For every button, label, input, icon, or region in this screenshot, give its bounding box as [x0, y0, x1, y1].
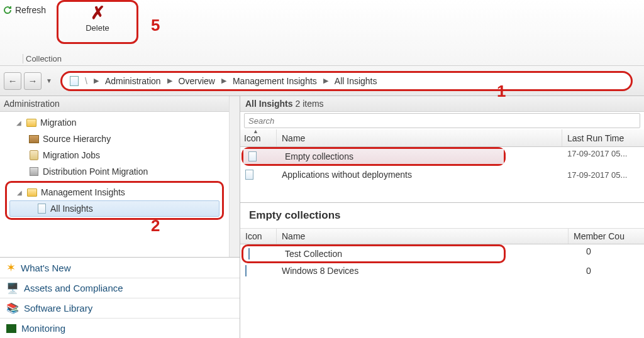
folder-icon — [27, 188, 37, 197]
nav-history-dropdown[interactable]: ▼ — [44, 77, 54, 84]
detail-title: Empty collections — [240, 203, 644, 228]
content-item-count: 2 items — [295, 99, 323, 109]
detail-row-name: Windows 8 Devices — [277, 266, 569, 276]
column-last-run[interactable]: Last Run Time — [562, 129, 644, 146]
tree-item-migration-jobs[interactable]: Migration Jobs — [0, 147, 229, 163]
wunderbar-label: What's New — [21, 263, 71, 273]
document-icon — [245, 170, 253, 180]
main-area: Administration ◢ Migration Source Hierar… — [0, 96, 644, 338]
assets-icon: 🖥️ — [6, 282, 19, 294]
tree-highlight-box: ◢ Management Insights All Insights — [5, 181, 224, 220]
row-highlight-box: Empty collections — [242, 147, 506, 166]
wunderbar-assets[interactable]: 🖥️ Assets and Compliance — [0, 278, 240, 298]
delete-x-icon: ✗ — [58, 4, 136, 22]
breadcrumb-item[interactable]: Overview — [179, 76, 215, 86]
delete-label: Delete — [58, 23, 136, 33]
breadcrumb-root: \ — [85, 76, 87, 86]
star-icon: ✶ — [6, 261, 16, 275]
tree-label: Migration Jobs — [43, 150, 100, 160]
navigation-bar: ← → ▼ \ ▶ Administration ▶ Overview ▶ Ma… — [0, 66, 644, 96]
wunderbar-label: Software Library — [24, 303, 92, 313]
breadcrumb-separator-icon: ▶ — [167, 77, 172, 85]
detail-row-windows-8-devices[interactable]: Windows 8 Devices 0 — [240, 263, 644, 278]
distribution-point-icon — [30, 167, 38, 176]
tree-label: Source Hierarchy — [43, 134, 111, 144]
annotation-5: 5 — [151, 16, 160, 35]
breadcrumb-separator-icon: ▶ — [94, 77, 99, 85]
collection-icon — [245, 265, 247, 276]
tree-label: Distribution Point Migration — [43, 166, 148, 177]
wunderbar-whats-new[interactable]: ✶ What's New — [0, 258, 240, 278]
tree-item-migration[interactable]: ◢ Migration — [0, 114, 229, 131]
detail-grid-header: Icon Name Member Cou — [240, 228, 644, 244]
detail-row-member: 0 — [569, 266, 644, 276]
wunderbar-label: Assets and Compliance — [24, 283, 123, 293]
hierarchy-icon — [29, 135, 39, 143]
delete-button[interactable]: ✗ Delete — [57, 0, 138, 44]
library-icon: 📚 — [6, 302, 19, 314]
sidebar-title: Administration — [0, 96, 229, 112]
sort-indicator-icon: ▲ — [253, 128, 258, 134]
content-header: All Insights 2 items — [240, 96, 644, 112]
tree-label: Migration — [40, 117, 77, 128]
wunderbar-software-library[interactable]: 📚 Software Library — [0, 298, 240, 318]
column-member-count[interactable]: Member Cou — [569, 229, 644, 244]
sidebar-scrollbar[interactable] — [229, 96, 240, 257]
tree-item-all-insights[interactable]: All Insights — [9, 200, 219, 217]
document-icon — [38, 204, 46, 214]
detail-section: Empty collections Icon Name Member Cou T… — [240, 202, 644, 278]
refresh-icon — [3, 5, 13, 15]
search-row — [240, 112, 644, 129]
insight-row-apps-without-deployments[interactable]: Applications without deployments 17-09-2… — [240, 166, 644, 183]
refresh-button[interactable]: Refresh — [0, 4, 48, 16]
annotation-1: 1 — [497, 82, 506, 101]
detail-row-highlight-box: Test Collection — [242, 244, 506, 263]
nav-forward-button[interactable]: → — [24, 72, 42, 90]
wunderbar-label: Monitoring — [21, 323, 65, 334]
row-last-run: 17-09-2017 05... — [562, 149, 644, 158]
sidebar: Administration ◢ Migration Source Hierar… — [0, 96, 240, 338]
nav-tree: ◢ Migration Source Hierarchy Migration J… — [0, 112, 229, 224]
tree-item-dp-migration[interactable]: Distribution Point Migration — [0, 163, 229, 180]
search-input[interactable] — [244, 113, 640, 128]
wunderbar-monitoring[interactable]: Monitoring — [0, 318, 240, 338]
column-name[interactable]: Name — [277, 129, 562, 146]
monitoring-icon — [6, 324, 16, 333]
tree-item-source-hierarchy[interactable]: Source Hierarchy — [0, 131, 229, 147]
breadcrumb-item[interactable]: Management Insights — [233, 76, 317, 86]
annotation-2: 2 — [151, 216, 160, 236]
document-icon — [248, 151, 257, 161]
collapse-icon[interactable]: ◢ — [17, 189, 23, 196]
detail-row-member: 0 — [569, 246, 644, 256]
row-name: Empty collections — [280, 151, 504, 161]
breadcrumb-item[interactable]: Administration — [105, 76, 161, 86]
insight-row-empty-collections[interactable]: Empty collections — [243, 149, 504, 164]
ribbon-section-label: Collection — [23, 54, 62, 63]
row-name: Applications without deployments — [277, 170, 562, 180]
breadcrumb-root-icon — [70, 76, 79, 86]
content-area: All Insights 2 items ▲Icon Name Last Run… — [240, 96, 644, 338]
tree-label: Management Insights — [41, 187, 125, 197]
refresh-label: Refresh — [15, 5, 46, 15]
row-last-run: 17-09-2017 05... — [562, 170, 644, 180]
column-icon[interactable]: Icon — [240, 229, 277, 244]
ribbon: Refresh ✗ Delete Collection 5 — [0, 0, 644, 66]
wunderbar: ✶ What's New 🖥️ Assets and Compliance 📚 … — [0, 257, 240, 338]
breadcrumb-separator-icon: ▶ — [221, 77, 226, 85]
folder-icon — [26, 119, 36, 127]
jobs-icon — [30, 150, 38, 160]
column-icon[interactable]: ▲Icon — [240, 129, 277, 146]
detail-row-name: Test Collection — [280, 249, 504, 259]
breadcrumb[interactable]: \ ▶ Administration ▶ Overview ▶ Manageme… — [60, 71, 633, 91]
breadcrumb-separator-icon: ▶ — [323, 77, 328, 85]
nav-back-button[interactable]: ← — [4, 72, 21, 90]
detail-row-test-collection[interactable]: Test Collection — [243, 246, 504, 261]
insights-grid-header: ▲Icon Name Last Run Time — [240, 129, 644, 147]
column-name[interactable]: Name — [277, 229, 569, 244]
collection-icon — [248, 248, 250, 259]
breadcrumb-item[interactable]: All Insights — [335, 76, 377, 86]
tree-item-management-insights[interactable]: ◢ Management Insights — [7, 184, 222, 200]
collapse-icon[interactable]: ◢ — [16, 119, 23, 126]
content-title: All Insights — [245, 99, 292, 109]
tree-label: All Insights — [50, 204, 93, 214]
